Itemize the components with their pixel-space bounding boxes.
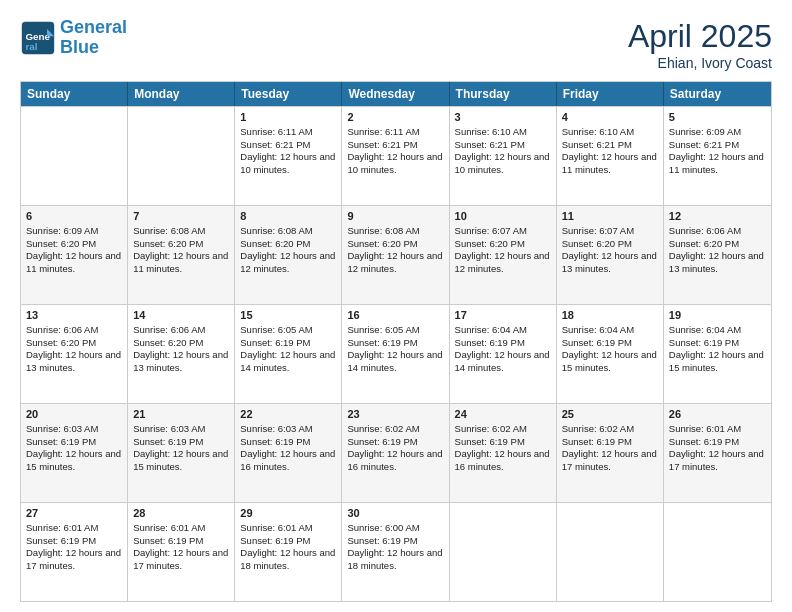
calendar-cell: 26Sunrise: 6:01 AMSunset: 6:19 PMDayligh… (664, 404, 771, 502)
location-subtitle: Ehian, Ivory Coast (628, 55, 772, 71)
sunrise-text: Sunrise: 6:02 AM (455, 423, 527, 434)
day-number: 30 (347, 506, 443, 521)
daylight-text: Daylight: 12 hours and 10 minutes. (347, 151, 442, 175)
calendar-cell: 2Sunrise: 6:11 AMSunset: 6:21 PMDaylight… (342, 107, 449, 205)
day-number: 18 (562, 308, 658, 323)
daylight-text: Daylight: 12 hours and 13 minutes. (669, 250, 764, 274)
sunset-text: Sunset: 6:20 PM (562, 238, 632, 249)
calendar-cell: 11Sunrise: 6:07 AMSunset: 6:20 PMDayligh… (557, 206, 664, 304)
sunrise-text: Sunrise: 6:08 AM (133, 225, 205, 236)
calendar-cell: 25Sunrise: 6:02 AMSunset: 6:19 PMDayligh… (557, 404, 664, 502)
calendar-cell: 29Sunrise: 6:01 AMSunset: 6:19 PMDayligh… (235, 503, 342, 601)
sunset-text: Sunset: 6:19 PM (133, 535, 203, 546)
calendar: SundayMondayTuesdayWednesdayThursdayFrid… (20, 81, 772, 602)
sunset-text: Sunset: 6:19 PM (562, 337, 632, 348)
sunrise-text: Sunrise: 6:01 AM (26, 522, 98, 533)
daylight-text: Daylight: 12 hours and 18 minutes. (347, 547, 442, 571)
calendar-week-0: 1Sunrise: 6:11 AMSunset: 6:21 PMDaylight… (21, 106, 771, 205)
calendar-cell: 6Sunrise: 6:09 AMSunset: 6:20 PMDaylight… (21, 206, 128, 304)
sunrise-text: Sunrise: 6:08 AM (240, 225, 312, 236)
sunrise-text: Sunrise: 6:05 AM (347, 324, 419, 335)
page: Gene ral General Blue April 2025 Ehian, … (0, 0, 792, 612)
calendar-cell: 18Sunrise: 6:04 AMSunset: 6:19 PMDayligh… (557, 305, 664, 403)
sunrise-text: Sunrise: 6:03 AM (240, 423, 312, 434)
day-number: 6 (26, 209, 122, 224)
calendar-week-4: 27Sunrise: 6:01 AMSunset: 6:19 PMDayligh… (21, 502, 771, 601)
calendar-week-3: 20Sunrise: 6:03 AMSunset: 6:19 PMDayligh… (21, 403, 771, 502)
sunrise-text: Sunrise: 6:06 AM (26, 324, 98, 335)
calendar-cell: 15Sunrise: 6:05 AMSunset: 6:19 PMDayligh… (235, 305, 342, 403)
sunrise-text: Sunrise: 6:07 AM (562, 225, 634, 236)
day-number: 27 (26, 506, 122, 521)
day-number: 3 (455, 110, 551, 125)
sunrise-text: Sunrise: 6:00 AM (347, 522, 419, 533)
daylight-text: Daylight: 12 hours and 12 minutes. (455, 250, 550, 274)
sunset-text: Sunset: 6:21 PM (347, 139, 417, 150)
sunrise-text: Sunrise: 6:09 AM (26, 225, 98, 236)
day-number: 4 (562, 110, 658, 125)
day-number: 22 (240, 407, 336, 422)
sunrise-text: Sunrise: 6:06 AM (133, 324, 205, 335)
logo-line2: Blue (60, 37, 99, 57)
calendar-cell (450, 503, 557, 601)
cal-header-cell-sunday: Sunday (21, 82, 128, 106)
sunset-text: Sunset: 6:21 PM (240, 139, 310, 150)
logo-text: General Blue (60, 18, 127, 58)
cal-header-cell-friday: Friday (557, 82, 664, 106)
calendar-cell: 12Sunrise: 6:06 AMSunset: 6:20 PMDayligh… (664, 206, 771, 304)
daylight-text: Daylight: 12 hours and 11 minutes. (133, 250, 228, 274)
sunset-text: Sunset: 6:19 PM (669, 337, 739, 348)
daylight-text: Daylight: 12 hours and 10 minutes. (455, 151, 550, 175)
sunset-text: Sunset: 6:19 PM (347, 535, 417, 546)
sunrise-text: Sunrise: 6:01 AM (669, 423, 741, 434)
sunrise-text: Sunrise: 6:05 AM (240, 324, 312, 335)
sunset-text: Sunset: 6:20 PM (240, 238, 310, 249)
day-number: 17 (455, 308, 551, 323)
daylight-text: Daylight: 12 hours and 13 minutes. (133, 349, 228, 373)
cal-header-cell-monday: Monday (128, 82, 235, 106)
daylight-text: Daylight: 12 hours and 12 minutes. (347, 250, 442, 274)
sunset-text: Sunset: 6:19 PM (240, 436, 310, 447)
sunset-text: Sunset: 6:20 PM (347, 238, 417, 249)
calendar-cell: 16Sunrise: 6:05 AMSunset: 6:19 PMDayligh… (342, 305, 449, 403)
day-number: 8 (240, 209, 336, 224)
sunrise-text: Sunrise: 6:03 AM (26, 423, 98, 434)
day-number: 5 (669, 110, 766, 125)
sunrise-text: Sunrise: 6:02 AM (562, 423, 634, 434)
sunrise-text: Sunrise: 6:10 AM (562, 126, 634, 137)
sunset-text: Sunset: 6:19 PM (133, 436, 203, 447)
sunrise-text: Sunrise: 6:01 AM (133, 522, 205, 533)
calendar-cell: 3Sunrise: 6:10 AMSunset: 6:21 PMDaylight… (450, 107, 557, 205)
calendar-cell: 14Sunrise: 6:06 AMSunset: 6:20 PMDayligh… (128, 305, 235, 403)
calendar-cell: 23Sunrise: 6:02 AMSunset: 6:19 PMDayligh… (342, 404, 449, 502)
sunrise-text: Sunrise: 6:07 AM (455, 225, 527, 236)
calendar-cell: 13Sunrise: 6:06 AMSunset: 6:20 PMDayligh… (21, 305, 128, 403)
day-number: 25 (562, 407, 658, 422)
sunset-text: Sunset: 6:21 PM (455, 139, 525, 150)
calendar-cell (557, 503, 664, 601)
calendar-cell: 22Sunrise: 6:03 AMSunset: 6:19 PMDayligh… (235, 404, 342, 502)
day-number: 28 (133, 506, 229, 521)
daylight-text: Daylight: 12 hours and 13 minutes. (562, 250, 657, 274)
sunset-text: Sunset: 6:21 PM (562, 139, 632, 150)
sunset-text: Sunset: 6:20 PM (26, 238, 96, 249)
day-number: 23 (347, 407, 443, 422)
sunrise-text: Sunrise: 6:03 AM (133, 423, 205, 434)
sunset-text: Sunset: 6:19 PM (455, 436, 525, 447)
sunset-text: Sunset: 6:19 PM (240, 535, 310, 546)
day-number: 19 (669, 308, 766, 323)
day-number: 26 (669, 407, 766, 422)
sunrise-text: Sunrise: 6:04 AM (562, 324, 634, 335)
day-number: 16 (347, 308, 443, 323)
day-number: 2 (347, 110, 443, 125)
calendar-header-row: SundayMondayTuesdayWednesdayThursdayFrid… (21, 82, 771, 106)
sunset-text: Sunset: 6:19 PM (240, 337, 310, 348)
day-number: 15 (240, 308, 336, 323)
sunset-text: Sunset: 6:20 PM (669, 238, 739, 249)
daylight-text: Daylight: 12 hours and 15 minutes. (562, 349, 657, 373)
calendar-cell: 17Sunrise: 6:04 AMSunset: 6:19 PMDayligh… (450, 305, 557, 403)
sunset-text: Sunset: 6:20 PM (133, 337, 203, 348)
calendar-cell: 27Sunrise: 6:01 AMSunset: 6:19 PMDayligh… (21, 503, 128, 601)
daylight-text: Daylight: 12 hours and 11 minutes. (26, 250, 121, 274)
cal-header-cell-saturday: Saturday (664, 82, 771, 106)
